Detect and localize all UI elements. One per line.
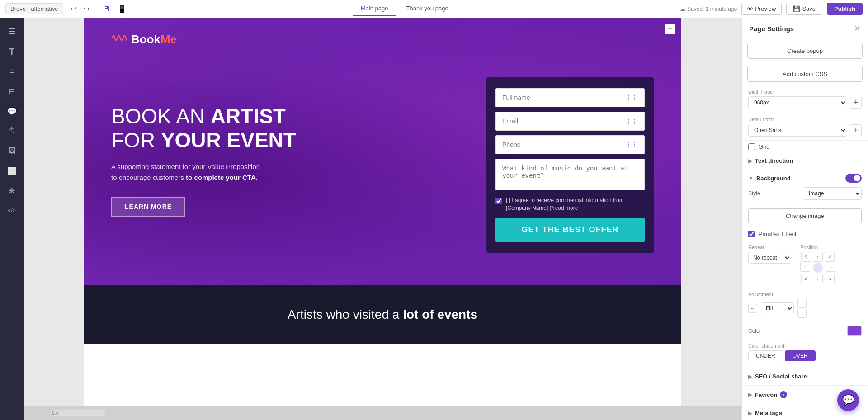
position-arrows: ↖ ↑ ↗ ← → ↙ ↓ ↘ (800, 252, 835, 283)
grid-checkbox[interactable] (748, 143, 755, 150)
right-sidebar: Page Settings ✕ Create popup Add custom … (741, 18, 868, 420)
redo-button[interactable]: ↪ (81, 3, 92, 15)
add-custom-font-button[interactable]: + (850, 124, 862, 136)
email-field[interactable]: ⋮⋮ (495, 112, 645, 131)
favicon-info-icon[interactable]: i (780, 391, 787, 398)
add-custom-css-button[interactable]: Add custom CSS (747, 66, 863, 82)
music-textarea[interactable] (495, 159, 645, 190)
hero-headline: BOOK AN ARTIST FOR YOUR EVENT (111, 104, 468, 152)
email-input[interactable] (502, 118, 625, 125)
grid-row: Grid (742, 141, 868, 153)
consent-label: [ ] I agree to receive commercial inform… (506, 197, 645, 212)
below-hero-text-normal: Artists who visited a (288, 307, 403, 321)
canvas-area: − BookMe (24, 18, 741, 420)
sidebar-icon-divider[interactable]: ≡ (4, 63, 20, 80)
sidebar-icon-form[interactable]: ⊟ (4, 83, 20, 99)
arrow-left[interactable]: ← (800, 262, 810, 272)
tab-thank-you-page[interactable]: Thank you page (398, 1, 457, 16)
zoom-minus-button[interactable]: − (665, 24, 675, 34)
project-name[interactable]: Brevo - alternative (5, 3, 63, 14)
desktop-view-button[interactable]: 🖥 (100, 3, 113, 15)
repeat-label: Repeat (748, 245, 791, 250)
arrow-up-right[interactable]: ↗ (825, 252, 835, 262)
sidebar-icon-image[interactable]: 🖼 (4, 143, 20, 159)
mobile-view-button[interactable]: 📱 (115, 3, 129, 15)
repeat-select[interactable]: No repeat Repeat Repeat X Repeat Y (748, 252, 791, 264)
page-width-control-row: 960px 1200px 1400px Full width + (748, 96, 862, 109)
sidebar-icon-timer[interactable]: ⏱ (4, 123, 20, 139)
sidebar-title: Page Settings (749, 25, 794, 33)
arrow-down-right[interactable]: ↘ (825, 274, 835, 283)
phone-input[interactable] (502, 141, 625, 148)
phone-field[interactable]: ⋮⋮ (495, 135, 645, 154)
change-image-button[interactable]: Change image (748, 208, 862, 223)
parallax-checkbox[interactable] (748, 231, 755, 237)
font-select[interactable]: Open Sans Arial Roboto Lato (748, 124, 847, 137)
arrow-center-dot (813, 263, 823, 273)
background-toggle[interactable] (845, 174, 862, 183)
position-group: Position ↖ ↑ ↗ ← → ↙ ↓ ↘ (800, 245, 835, 283)
topbar-right: ☁ Saved: 1 minute ago 👁 Preview 💾 Save P… (680, 3, 863, 15)
learn-more-button[interactable]: LEARN MORE (111, 197, 185, 217)
canvas-wrapper: − BookMe (24, 18, 741, 406)
font-control-row: Open Sans Arial Roboto Lato + (748, 124, 862, 137)
parallax-label: Parallax Effect (759, 231, 797, 237)
arrow-row-bot: ↙ ↓ ↘ (801, 274, 835, 283)
color-placement-under-button[interactable]: UNDER (748, 350, 783, 361)
publish-button[interactable]: Publish (827, 3, 863, 15)
page-width-select[interactable]: 960px 1200px 1400px Full width (748, 96, 847, 109)
adjustment-row: Adjustment ↔ Fill Fit Stretch Center ↑ ↓ (742, 289, 868, 321)
sidebar-close-button[interactable]: ✕ (854, 24, 861, 33)
meta-label: Meta tags (755, 410, 782, 416)
full-name-input[interactable] (502, 94, 625, 101)
hero-subtext: A supporting statement for your Value Pr… (111, 161, 468, 183)
sidebar-icon-text[interactable]: T (4, 43, 20, 60)
saved-status: ☁ Saved: 1 minute ago (680, 6, 737, 12)
field-drag-icon: ⋮⋮ (625, 94, 638, 101)
preview-label: Preview (755, 5, 776, 12)
undo-button[interactable]: ↩ (68, 3, 79, 15)
adjustment-select[interactable]: Fill Fit Stretch Center (761, 302, 794, 314)
favicon-label: Favicon (755, 392, 777, 398)
arrow-up[interactable]: ↑ (813, 252, 823, 262)
background-chevron[interactable]: ▼ (748, 175, 754, 181)
color-label: Color (748, 328, 761, 334)
logo-text: BookMe (131, 33, 177, 47)
progress-bar-wrap: 0% (51, 410, 105, 416)
hero-headline-line1: BOOK AN ARTIST (111, 104, 468, 128)
adj-btn-down[interactable]: ↓ (797, 309, 807, 318)
arrow-down[interactable]: ↓ (813, 274, 823, 283)
sidebar-icon-menu[interactable]: ☰ (4, 24, 20, 40)
seo-chevron: ▶ (748, 373, 752, 380)
seo-social-section[interactable]: ▶ SEO / Social share (742, 368, 868, 386)
adj-btn-up[interactable]: ↑ (797, 299, 807, 308)
text-direction-section[interactable]: ▶ Text direction (742, 153, 868, 169)
cta-button[interactable]: GET THE BEST OFFER (495, 218, 645, 242)
adj-btn-left[interactable]: ↔ (748, 304, 757, 313)
sidebar-icon-shape[interactable]: ⬜ (4, 163, 20, 179)
add-font-button[interactable]: + (850, 97, 862, 109)
main-layout: ☰ T ≡ ⊟ 💬 ⏱ 🖼 ⬜ ❋ </> − (0, 18, 868, 420)
chat-bubble[interactable]: 💬 (837, 389, 859, 411)
color-placement-over-button[interactable]: OVER (785, 350, 816, 361)
arrow-down-left[interactable]: ↙ (801, 274, 811, 283)
sidebar-icon-embed[interactable]: </> (4, 203, 20, 219)
sidebar-icon-widgets[interactable]: ❋ (4, 183, 20, 199)
hero-content: BOOK AN ARTIST FOR YOUR EVENT A supporti… (84, 46, 681, 258)
save-button[interactable]: 💾 Save (786, 3, 822, 15)
text-direction-chevron: ▶ (748, 158, 752, 164)
color-placement-label: Color placement (748, 343, 862, 349)
page-width-label: width Page (748, 89, 862, 94)
save-icon: 💾 (793, 5, 800, 12)
arrow-up-left[interactable]: ↖ (801, 252, 811, 262)
headline-your-event: YOUR EVENT (161, 128, 296, 152)
create-popup-button[interactable]: Create popup (747, 43, 863, 59)
arrow-right[interactable]: → (826, 262, 835, 272)
sidebar-icon-comment[interactable]: 💬 (4, 103, 20, 119)
preview-button[interactable]: 👁 Preview (741, 3, 782, 15)
color-swatch[interactable] (847, 326, 862, 336)
tab-main-page[interactable]: Main page (353, 1, 396, 16)
style-select[interactable]: Image Color Gradient Video (803, 187, 862, 200)
consent-checkbox[interactable] (495, 198, 502, 204)
full-name-field[interactable]: ⋮⋮ (495, 88, 645, 107)
